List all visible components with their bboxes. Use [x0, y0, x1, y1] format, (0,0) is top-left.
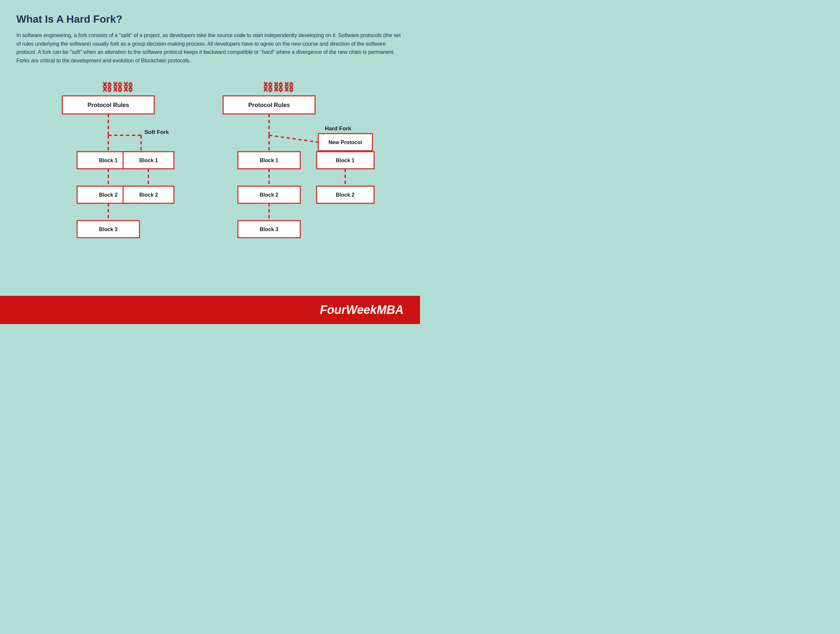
description-text: In software engineering, a fork consists…	[16, 31, 404, 65]
soft-right-block1: Block 1	[139, 158, 158, 163]
hard-right-block1: Block 1	[336, 158, 355, 163]
soft-fork-icon: ⛓⛓⛓	[102, 81, 133, 93]
hard-fork-diagram: ⛓⛓⛓ Protocol Rules Hard Fork New Protoco…	[213, 78, 377, 283]
hard-fork-icon: ⛓⛓⛓	[262, 81, 294, 93]
hard-fork-svg: ⛓⛓⛓ Protocol Rules Hard Fork New Protoco…	[213, 78, 377, 281]
soft-fork-diagram: ⛓⛓⛓ Protocol Rules Soft Fork Block 1	[43, 78, 187, 283]
diagram-area: ⛓⛓⛓ Protocol Rules Soft Fork Block 1	[16, 78, 404, 296]
soft-left-block3: Block 3	[99, 226, 118, 232]
soft-fork-label: Soft Fork	[144, 129, 169, 135]
hard-left-block2: Block 2	[260, 192, 279, 198]
hard-fork-protocol-label: Protocol Rules	[248, 102, 290, 108]
brand-name: FourWeekMBA	[320, 303, 404, 316]
soft-left-block1: Block 1	[99, 158, 118, 163]
hard-left-block1: Block 1	[260, 158, 279, 163]
hard-fork-label: Hard Fork	[325, 125, 351, 132]
soft-left-block2: Block 2	[99, 192, 118, 198]
hard-left-block3: Block 3	[260, 226, 279, 232]
footer: FourWeekMBA	[0, 296, 420, 324]
hard-right-block2: Block 2	[336, 192, 355, 198]
page-title: What Is A Hard Fork?	[16, 13, 404, 25]
new-protocol-label: New Protocol	[328, 139, 362, 145]
soft-fork-svg: ⛓⛓⛓ Protocol Rules Soft Fork Block 1	[43, 78, 187, 281]
soft-fork-protocol-label: Protocol Rules	[87, 102, 129, 108]
main-container: What Is A Hard Fork? In software enginee…	[0, 0, 420, 296]
soft-right-block2: Block 2	[139, 192, 158, 198]
svg-line-16	[269, 135, 318, 142]
